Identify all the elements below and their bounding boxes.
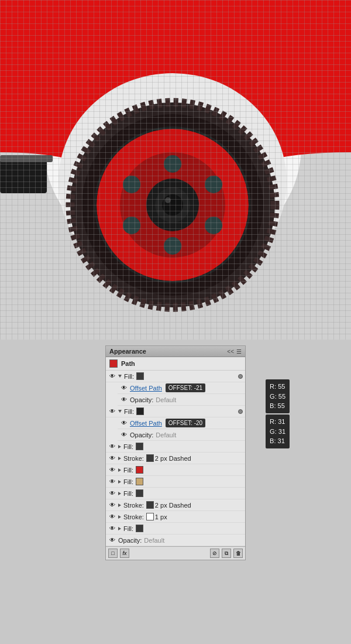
visibility-icon-op-3[interactable]: 👁 — [108, 536, 116, 544]
collapse-triangle-s2[interactable] — [118, 503, 121, 507]
collapse-triangle-3[interactable] — [118, 445, 121, 448]
expand-triangle-2[interactable] — [118, 410, 122, 413]
stroke-swatch-3[interactable] — [146, 513, 154, 520]
opacity-value-1: Default — [156, 396, 176, 403]
fill-swatch-5[interactable] — [136, 478, 143, 485]
tooltip2-g: G: 31 — [270, 427, 285, 437]
panel-toolbar: □ fx ⊘ ⧉ 🗑 — [106, 546, 245, 560]
fill-swatch-1[interactable] — [136, 372, 144, 380]
row-fill-5: 👁 Fill: — [106, 476, 245, 488]
collapse-triangle-6[interactable] — [118, 492, 121, 495]
row-fill-7: 👁 Fill: — [106, 523, 245, 535]
visibility-icon-op-2[interactable]: 👁 — [120, 431, 128, 439]
path-label: Path — [121, 360, 135, 367]
visibility-icon-6[interactable]: 👁 — [108, 489, 116, 498]
stroke-value-1: 2 px Dashed — [155, 455, 191, 462]
bottom-panel: Appearance << ☰ Path 👁 Fill: — [0, 340, 351, 644]
row-fill-2: 👁 Fill: — [106, 406, 245, 417]
offset-badge-1: OFFSET: -21 — [166, 383, 205, 392]
opacity-value-3: Default — [144, 537, 164, 544]
tooltip2-b: B: 31 — [270, 436, 285, 446]
fx-btn[interactable]: fx — [120, 549, 129, 558]
appearance-panel-wrapper: Appearance << ☰ Path 👁 Fill: — [105, 345, 246, 560]
visibility-icon-7[interactable]: 👁 — [108, 525, 116, 533]
collapse-triangle-5[interactable] — [118, 480, 121, 484]
visibility-icon-3[interactable]: 👁 — [108, 443, 116, 451]
clear-btn[interactable]: ⊘ — [210, 549, 219, 558]
color-tooltip-2: R: 31 G: 31 B: 31 — [266, 415, 290, 448]
visibility-icon-4[interactable]: 👁 — [108, 466, 116, 474]
row-stroke-3: 👁 Stroke: 1 px — [106, 511, 245, 523]
opacity-value-2: Default — [156, 431, 176, 439]
row-stroke-1: 👁 Stroke: 2 px Dashed — [106, 453, 245, 464]
collapse-triangle-s1[interactable] — [118, 457, 121, 460]
offset-path-label-1[interactable]: Offset Path — [130, 385, 162, 392]
stroke-swatch-2[interactable] — [146, 501, 154, 509]
new-layer-btn[interactable]: □ — [108, 549, 118, 558]
opacity-knob-1[interactable] — [238, 374, 243, 379]
visibility-icon-offset-1[interactable]: 👁 — [120, 384, 128, 392]
panel-titlebar: Appearance << ☰ — [106, 346, 245, 357]
visibility-icon-2[interactable]: 👁 — [108, 407, 116, 416]
fill-swatch-6[interactable] — [136, 489, 143, 497]
tooltip1-b: B: 55 — [270, 401, 285, 411]
opacity-knob-2[interactable] — [238, 409, 243, 414]
path-color-swatch — [109, 359, 118, 368]
canvas-area — [0, 0, 351, 340]
row-fill-4: 👁 Fill: — [106, 464, 245, 476]
stroke-value-2: 2 px Dashed — [155, 502, 191, 509]
tooltip1-r: R: 55 — [270, 382, 285, 392]
duplicate-btn[interactable]: ⧉ — [222, 549, 231, 558]
collapse-triangle-7[interactable] — [118, 527, 121, 530]
expand-triangle-1[interactable] — [118, 375, 122, 378]
visibility-icon-s3[interactable]: 👁 — [108, 513, 116, 521]
fill-swatch-3[interactable] — [136, 443, 143, 450]
stroke-value-3: 1 px — [155, 513, 167, 520]
visibility-icon-s2[interactable]: 👁 — [108, 501, 116, 509]
offset-badge-2: OFFSET: -20 — [166, 419, 205, 427]
row-fill-1: 👁 Fill: — [106, 371, 245, 382]
collapse-arrows[interactable]: << — [227, 348, 234, 355]
row-opacity-3: 👁 Opacity: Default — [106, 535, 245, 546]
visibility-icon-1[interactable]: 👁 — [108, 372, 116, 381]
tooltip1-g: G: 55 — [270, 392, 285, 402]
panel-controls: << ☰ — [227, 348, 242, 355]
panel-menu-icon[interactable]: ☰ — [236, 348, 242, 355]
tooltip2-r: R: 31 — [270, 417, 285, 427]
fill-swatch-7[interactable] — [136, 525, 143, 532]
fill-swatch-4[interactable] — [136, 466, 143, 474]
row-offset-2: 👁 Offset Path OFFSET: -20 — [118, 417, 245, 429]
offset-path-label-2[interactable]: Offset Path — [130, 420, 162, 427]
fill-swatch-2[interactable] — [136, 407, 144, 415]
color-tooltip-1: R: 55 G: 55 B: 55 — [266, 379, 290, 413]
row-stroke-2: 👁 Stroke: 2 px Dashed — [106, 499, 245, 511]
row-fill-3: 👁 Fill: — [106, 441, 245, 453]
row-opacity-1: 👁 Opacity: Default — [118, 394, 245, 406]
visibility-icon-s1[interactable]: 👁 — [108, 454, 116, 463]
visibility-icon-op-1[interactable]: 👁 — [120, 396, 128, 404]
panel-title: Appearance — [109, 348, 146, 355]
visibility-icon-offset-2[interactable]: 👁 — [120, 419, 128, 427]
row-opacity-2: 👁 Opacity: Default — [118, 429, 245, 441]
path-header: Path — [106, 357, 245, 371]
appearance-panel: Appearance << ☰ Path 👁 Fill: — [105, 345, 246, 560]
row-fill-6: 👁 Fill: — [106, 488, 245, 499]
row-offset-1: 👁 Offset Path OFFSET: -21 — [118, 382, 245, 394]
visibility-icon-5[interactable]: 👁 — [108, 478, 116, 486]
collapse-triangle-s3[interactable] — [118, 515, 121, 519]
collapse-triangle-4[interactable] — [118, 468, 121, 472]
grid-overlay — [0, 0, 351, 340]
stroke-swatch-1[interactable] — [146, 454, 154, 462]
delete-btn[interactable]: 🗑 — [233, 549, 243, 558]
